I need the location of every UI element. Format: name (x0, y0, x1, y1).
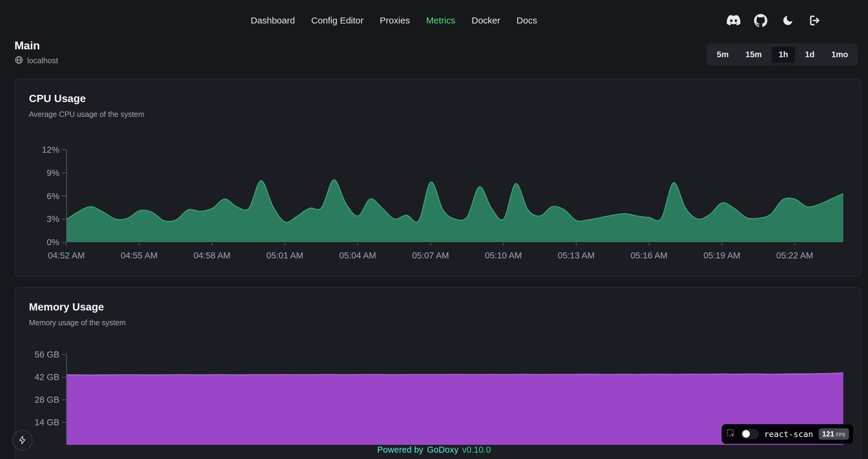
footer: Powered by GoDoxy v0.10.0 (0, 445, 868, 455)
cpu-card-header: CPU Usage Average CPU usage of the syste… (15, 79, 861, 119)
nav-item-config-editor[interactable]: Config Editor (311, 15, 364, 26)
y-axis-tick-label: 3% (47, 214, 66, 224)
react-scan-widget[interactable]: react-scan 121 FPS (721, 424, 854, 444)
y-axis-tick-label: 14 GB (35, 418, 66, 427)
page-title: Main (14, 39, 58, 53)
react-scan-label: react-scan (764, 429, 813, 439)
page-header: Main localhost (14, 39, 58, 66)
memory-card-subtitle: Memory usage of the system (29, 318, 847, 327)
time-range-5m[interactable]: 5m (709, 46, 736, 63)
x-axis-tick-label: 05:22 AM (776, 251, 813, 261)
x-axis-tick-label: 05:07 AM (412, 251, 449, 261)
y-axis-tick-label: 12% (42, 145, 66, 155)
memory-y-axis: 14 GB28 GB42 GB56 GB (21, 355, 66, 445)
lightning-bolt-icon (18, 435, 27, 446)
cpu-usage-card: CPU Usage Average CPU usage of the syste… (14, 78, 861, 277)
y-axis-tick-label: 42 GB (35, 372, 66, 382)
nav-item-docker[interactable]: Docker (472, 15, 500, 26)
host-row: localhost (14, 56, 58, 66)
x-axis-tick-label: 05:19 AM (704, 251, 741, 261)
footer-powered-by: Powered by (377, 445, 423, 455)
x-axis-tick-label: 05:04 AM (339, 251, 376, 261)
cpu-y-axis: 0%3%6%9%12% (21, 150, 66, 242)
time-range-1d[interactable]: 1d (798, 46, 822, 63)
cpu-area-svg (67, 150, 843, 242)
x-axis-tick-label: 04:58 AM (193, 251, 230, 261)
x-axis-tick-label: 04:52 AM (48, 251, 85, 261)
cpu-card-subtitle: Average CPU usage of the system (29, 109, 847, 119)
discord-icon[interactable] (726, 13, 741, 28)
memory-card-header: Memory Usage Memory usage of the system (15, 288, 861, 327)
topnav-icon-group (726, 13, 822, 28)
logout-icon[interactable] (808, 13, 822, 28)
github-icon[interactable] (753, 13, 768, 28)
time-range-selector: 5m 15m 1h 1d 1mo (707, 43, 858, 66)
time-range-1mo[interactable]: 1mo (824, 46, 856, 63)
x-axis-tick-label: 05:13 AM (558, 251, 595, 261)
memory-card-title: Memory Usage (29, 300, 847, 314)
nav-item-metrics[interactable]: Metrics (426, 15, 456, 26)
x-axis-tick-label: 05:16 AM (630, 251, 668, 261)
time-range-1h[interactable]: 1h (771, 46, 796, 63)
y-axis-tick-label: 0% (47, 237, 66, 247)
globe-icon (14, 56, 24, 66)
x-axis-tick-label: 04:55 AM (121, 251, 158, 261)
cpu-chart-area: 0%3%6%9%12% 04:52 AM04:55 AM04:58 AM05:0… (15, 150, 861, 266)
x-axis-tick-label: 05:01 AM (267, 251, 304, 261)
fps-badge: 121 FPS (818, 428, 849, 440)
footer-brand-link[interactable]: GoDoxy (427, 445, 459, 455)
footer-version: v0.10.0 (462, 445, 491, 455)
toggle-knob (742, 430, 750, 438)
nav-item-dashboard[interactable]: Dashboard (251, 15, 295, 26)
y-axis-tick-label: 56 GB (35, 350, 66, 360)
main-nav: Dashboard Config Editor Proxies Metrics … (251, 12, 537, 29)
moon-icon[interactable] (781, 13, 795, 28)
react-scan-toggle[interactable] (741, 429, 758, 439)
fps-unit: FPS (836, 432, 845, 438)
time-range-15m[interactable]: 15m (738, 46, 769, 63)
host-label: localhost (27, 56, 58, 65)
inspect-icon[interactable] (726, 429, 736, 439)
x-axis-tick-label: 05:10 AM (485, 251, 522, 261)
nav-item-docs[interactable]: Docs (517, 15, 537, 26)
y-axis-tick-label: 28 GB (35, 395, 66, 405)
fps-value: 121 (822, 430, 834, 438)
y-axis-tick-label: 6% (47, 191, 66, 201)
cpu-card-title: CPU Usage (29, 92, 847, 105)
cpu-x-axis: 04:52 AM04:55 AM04:58 AM05:01 AM05:04 AM… (66, 242, 843, 266)
nav-item-proxies[interactable]: Proxies (380, 15, 410, 26)
y-axis-tick-label: 9% (47, 168, 66, 178)
cpu-usage-chart[interactable] (66, 150, 843, 242)
